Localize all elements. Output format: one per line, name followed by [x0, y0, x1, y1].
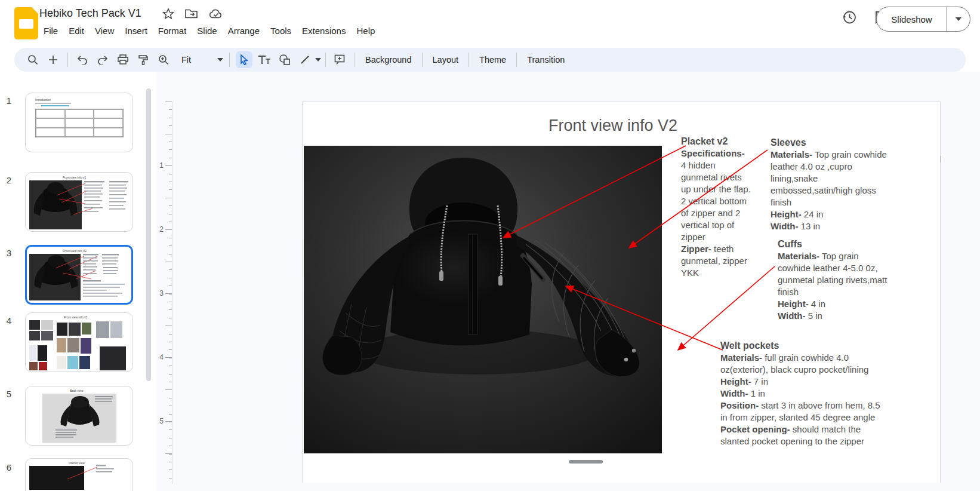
slide-number: 4 — [1, 315, 17, 326]
canvas-horizontal-scrollbar[interactable] — [569, 460, 603, 464]
slideshow-button-label: Slideshow — [877, 14, 947, 24]
slide-thumbnail-3-selected[interactable]: Front view info V2 — [25, 245, 133, 305]
undo-icon[interactable] — [74, 51, 91, 68]
move-folder-icon[interactable] — [185, 8, 198, 19]
line-tool-icon[interactable] — [297, 51, 313, 68]
vertical-ruler: 1 2 3 4 5 — [154, 102, 174, 484]
zoom-value: Fit — [175, 55, 197, 65]
menu-format[interactable]: Format — [153, 24, 192, 38]
new-slide-plus-icon[interactable] — [45, 51, 61, 68]
thumbnail-art — [26, 173, 133, 232]
slide-title[interactable]: Front view info V2 — [500, 116, 726, 135]
slide-thumbnail-5[interactable]: Back view — [25, 386, 133, 446]
annotation-cuffs[interactable]: Cuffs Materials- Top grain cowhide leath… — [778, 238, 891, 322]
slideshow-button[interactable]: Slideshow — [876, 7, 970, 32]
paint-format-icon[interactable] — [135, 51, 152, 68]
version-history-icon[interactable] — [842, 10, 857, 25]
slide-number: 5 — [1, 389, 17, 399]
slide-thumbnail-6[interactable]: Interior view — [25, 458, 133, 491]
thumbnail-art — [27, 247, 132, 304]
star-icon[interactable] — [162, 8, 174, 20]
select-tool-icon[interactable] — [236, 51, 252, 68]
cloud-saved-icon[interactable] — [209, 8, 223, 19]
slide-number: 1 — [1, 96, 17, 106]
slides-logo-icon[interactable] — [14, 7, 38, 39]
annotation-welt-pockets[interactable]: Welt pockets Materials- full grain cowhi… — [720, 340, 880, 447]
redo-icon[interactable] — [94, 51, 111, 68]
insert-comment-icon[interactable] — [332, 51, 349, 68]
background-button[interactable]: Background — [359, 55, 417, 65]
slide-number: 6 — [1, 462, 17, 472]
filmstrip-scrollbar[interactable] — [146, 88, 151, 381]
workspace: 1 Introduction 2 Front view info v1 3 — [0, 72, 980, 491]
menu-edit[interactable]: Edit — [63, 24, 90, 38]
thumbnail-art — [26, 313, 133, 372]
filmstrip-panel: 1 Introduction 2 Front view info v1 3 — [0, 72, 156, 491]
menu-insert[interactable]: Insert — [119, 24, 153, 38]
zoom-caret-icon — [217, 58, 223, 62]
zoom-in-icon[interactable] — [155, 51, 172, 68]
text-box-icon[interactable] — [256, 51, 273, 68]
document-title[interactable]: Hebiko Tech Pack V1 — [39, 7, 141, 20]
annotation-sleeves[interactable]: Sleeves Materials- Top grain cowhide lea… — [771, 137, 890, 232]
transition-button[interactable]: Transition — [521, 55, 571, 65]
annotation-placket[interactable]: Placket v2 Specifications- 4 hidden gunm… — [681, 136, 751, 279]
slideshow-dropdown-button[interactable] — [947, 17, 970, 21]
slide-thumbnail-1[interactable]: Introduction — [25, 93, 133, 152]
theme-button[interactable]: Theme — [473, 55, 512, 65]
menu-view[interactable]: View — [90, 24, 119, 38]
slide-number: 3 — [1, 248, 17, 258]
slide-thumbnail-2[interactable]: Front view info v1 — [25, 172, 133, 232]
menu-help[interactable]: Help — [351, 24, 380, 38]
jacket-image[interactable] — [304, 146, 662, 453]
toolbar: Fit Background Layout Theme Transition — [14, 48, 966, 72]
menu-slide[interactable]: Slide — [192, 24, 222, 38]
app-header: Hebiko Tech Pack V1 File Edit View Inser… — [0, 0, 980, 47]
shape-tool-icon[interactable] — [276, 51, 293, 68]
print-icon[interactable] — [115, 51, 131, 68]
thumbnail-table — [35, 109, 124, 137]
menu-arrange[interactable]: Arrange — [223, 24, 265, 38]
cuff-arrow — [678, 266, 775, 350]
layout-button[interactable]: Layout — [427, 55, 465, 65]
line-tool-caret-icon[interactable] — [315, 58, 321, 62]
thumbnail-art — [26, 386, 133, 446]
slide-number: 2 — [1, 175, 17, 185]
menu-bar: File Edit View Insert Format Slide Arran… — [38, 24, 380, 38]
menu-extensions[interactable]: Extensions — [297, 24, 351, 38]
slide-thumbnail-4[interactable]: Front view info v3 — [25, 312, 133, 372]
zoom-select[interactable]: Fit — [175, 51, 223, 68]
menu-file[interactable]: File — [38, 24, 63, 38]
search-menus-icon[interactable] — [24, 51, 41, 68]
slide-canvas[interactable]: Front view info V2 — [302, 102, 941, 483]
menu-tools[interactable]: Tools — [265, 24, 297, 38]
